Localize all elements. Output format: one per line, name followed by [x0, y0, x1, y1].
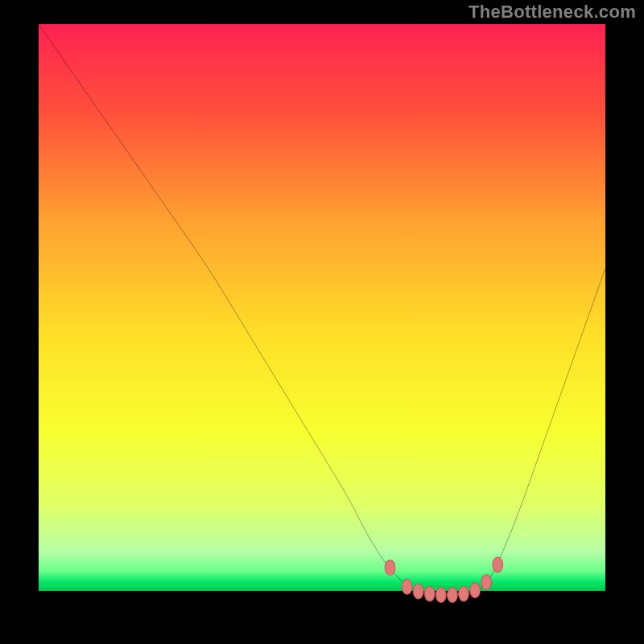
marker-dot	[413, 584, 423, 599]
optimal-band-markers	[39, 24, 605, 605]
marker-dot	[402, 580, 412, 595]
plot-area	[39, 24, 605, 605]
marker-dot	[436, 588, 447, 603]
marker-dot	[459, 586, 469, 601]
marker-dot	[481, 575, 492, 590]
marker-dot	[424, 586, 435, 601]
watermark-text: TheBottleneck.com	[469, 2, 636, 23]
marker-dot	[448, 588, 458, 603]
marker-dot	[493, 557, 503, 572]
marker-dot	[470, 583, 481, 598]
chart-frame: TheBottleneck.com	[0, 0, 644, 644]
marker-dot	[385, 560, 395, 576]
